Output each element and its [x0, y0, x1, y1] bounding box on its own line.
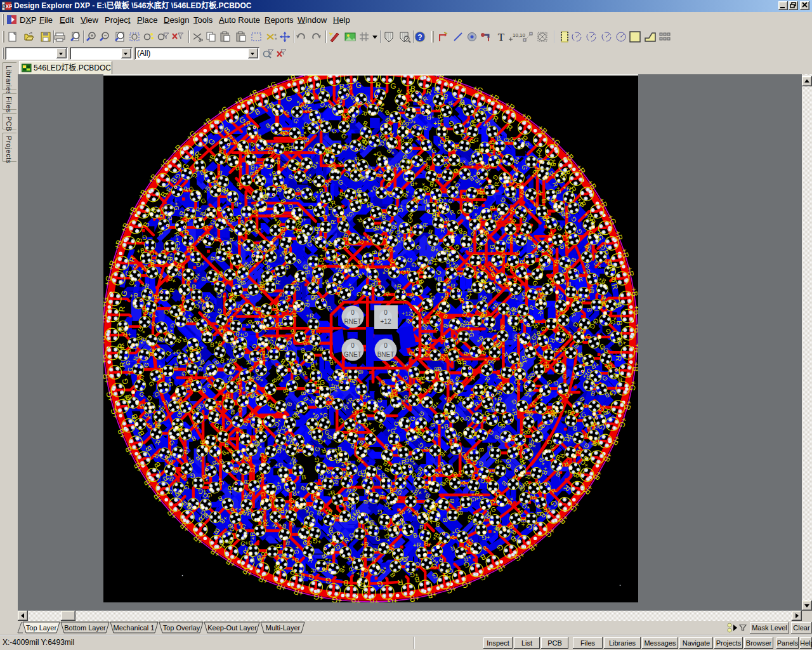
svg-text:10,10: 10,10 — [513, 32, 526, 38]
svg-text:0: 0 — [351, 309, 355, 316]
svg-text:0: 0 — [384, 309, 388, 316]
svg-text:Multi-Layer: Multi-Layer — [266, 624, 301, 632]
svg-text:Top Overlay: Top Overlay — [163, 624, 200, 632]
svg-text:+12V: +12V — [402, 310, 416, 317]
svg-text:Mechanical 1: Mechanical 1 — [114, 624, 155, 632]
svg-text:BNET: BNET — [377, 351, 395, 358]
svg-text:0: 0 — [384, 342, 388, 349]
svg-text:Top Layer: Top Layer — [26, 624, 57, 632]
svg-text:XP: XP — [6, 3, 13, 10]
svg-text:GNET: GNET — [344, 351, 362, 358]
svg-text:Bottom Layer: Bottom Layer — [64, 624, 106, 632]
svg-text:T: T — [498, 31, 505, 43]
svg-text:+12: +12 — [381, 318, 391, 325]
svg-text:RNET: RNET — [344, 318, 361, 325]
svg-text:?: ? — [417, 33, 422, 42]
svg-text:Keep-Out Layer: Keep-Out Layer — [207, 624, 257, 632]
svg-text:0: 0 — [351, 342, 355, 349]
